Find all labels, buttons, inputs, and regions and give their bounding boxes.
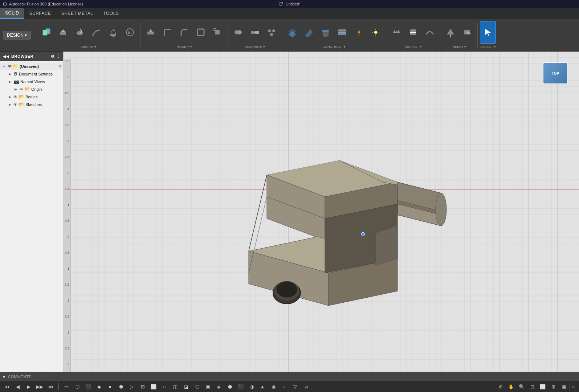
svg-point-4 <box>77 31 83 35</box>
tl-shape18-btn[interactable]: ◑ <box>247 383 256 391</box>
eye-origin[interactable]: 👁 <box>19 87 23 91</box>
extrude-btn[interactable] <box>55 21 71 44</box>
tree-item-named-views[interactable]: ▶ 📷 Named Views <box>0 78 63 85</box>
browser-settings-icon[interactable]: ⚙ <box>51 54 55 59</box>
tl-shape20-btn[interactable]: ◉ <box>269 383 278 391</box>
tl-shape13-btn[interactable]: ⬠ <box>192 383 202 391</box>
inspect-label[interactable]: INSPECT ▾ <box>405 45 421 49</box>
shell-btn[interactable] <box>193 21 209 44</box>
tl-shape3-btn[interactable]: ⬛ <box>83 383 93 391</box>
tl-shape7-btn[interactable]: ▷ <box>127 383 136 391</box>
tl-rect-btn[interactable]: ▭ <box>62 383 71 391</box>
tl-shape11-btn[interactable]: ◫ <box>171 383 180 391</box>
orbit-btn[interactable]: ⊕ <box>496 383 505 391</box>
tl-shape2-btn[interactable]: ⬡ <box>73 383 82 391</box>
browser-more-icon[interactable]: ⋮ <box>56 54 61 59</box>
tl-shape10-btn[interactable]: ○ <box>160 383 169 391</box>
tl-shape12-btn[interactable]: ◪ <box>182 383 191 391</box>
svg-rect-12 <box>197 29 204 36</box>
axis-btn[interactable] <box>351 21 367 44</box>
tl-shape22-btn[interactable]: ▽ <box>290 383 300 391</box>
decal-btn[interactable]: IMG <box>459 21 475 44</box>
fit-btn[interactable]: ⊡ <box>527 383 537 391</box>
sweep-btn[interactable] <box>89 21 105 44</box>
new-component-btn[interactable] <box>38 21 54 44</box>
expand-origin[interactable]: ▶ <box>13 87 18 91</box>
prev-btn[interactable]: ⏮ <box>2 383 12 391</box>
tl-shape9-btn[interactable]: ⬜ <box>149 383 158 391</box>
expand-bodies[interactable]: ▶ <box>7 95 12 99</box>
tl-shape23-btn[interactable]: ⊿ <box>301 383 311 391</box>
visual-style-btn[interactable]: ▦ <box>559 383 568 391</box>
tl-shape5-btn[interactable]: ● <box>105 383 115 391</box>
viewport[interactable]: 5.5 5 4.5 4 3.5 3 2.5 2 1.5 1 0.5 0 0.5 … <box>64 52 579 372</box>
press-pull-btn[interactable] <box>143 21 159 44</box>
tab-sheet-metal[interactable]: SHEET METAL <box>56 8 98 19</box>
tree-item-bodies[interactable]: ▶ 👁 📂 Bodies <box>0 93 63 101</box>
viewcube[interactable]: TOP <box>543 62 572 88</box>
tl-shape19-btn[interactable]: ▲ <box>258 383 267 391</box>
expand-named-views[interactable]: ▶ <box>7 80 12 83</box>
end-btn[interactable]: ⏭ <box>46 383 55 391</box>
curvature-btn[interactable] <box>422 21 438 44</box>
construct-label[interactable]: CONSTRUCT ▾ <box>322 45 346 49</box>
tangent-plane-btn[interactable] <box>318 21 334 44</box>
back-btn[interactable]: ◀ <box>13 383 23 391</box>
tree-item-unsaved[interactable]: ▼ 👁 📁 (Unsaved) ⚙ <box>0 62 63 70</box>
modify-label[interactable]: MODIFY ▾ <box>176 45 192 49</box>
browser-collapse-btn[interactable]: ◀◀ <box>3 54 9 58</box>
measure-btn[interactable] <box>388 21 404 44</box>
expand-doc-settings[interactable]: ▶ <box>7 72 12 76</box>
tab-surface[interactable]: SURFACE <box>24 8 56 19</box>
tl-shape21-btn[interactable]: ⬦ <box>280 383 289 391</box>
tl-shape6-btn[interactable]: ⬟ <box>116 383 126 391</box>
grid-btn[interactable]: ⊞ <box>549 383 558 391</box>
insert-mesh-btn[interactable] <box>443 21 458 44</box>
zoom-btn[interactable]: 🔍 <box>517 383 526 391</box>
insert-label[interactable]: INSERT ▾ <box>452 45 466 49</box>
eye-unsaved[interactable]: 👁 <box>8 64 12 69</box>
scale-btn[interactable] <box>209 21 225 44</box>
plane-at-angle-btn[interactable] <box>301 21 317 44</box>
tl-shape16-btn[interactable]: ⬢ <box>225 383 235 391</box>
play-btn[interactable]: ▶ <box>24 383 33 391</box>
section-analysis-btn[interactable] <box>405 21 421 44</box>
tree-item-doc-settings[interactable]: ▶ ⚙ Document Settings <box>0 70 63 78</box>
tree-item-origin[interactable]: ▶ 👁 📂 Origin <box>0 85 63 93</box>
offset-plane-btn[interactable] <box>284 21 300 44</box>
rigid-group-btn[interactable] <box>264 21 280 44</box>
eye-bodies[interactable]: 👁 <box>13 95 17 99</box>
tab-solid[interactable]: SOLID <box>0 8 24 19</box>
joint-btn[interactable] <box>230 21 246 44</box>
select-label[interactable]: SELECT ▾ <box>480 45 496 49</box>
tl-shape17-btn[interactable]: ⬛ <box>236 383 245 391</box>
expand-sketches[interactable]: ▶ <box>7 103 12 106</box>
eye-sketches[interactable]: 👁 <box>13 102 17 107</box>
midplane-btn[interactable] <box>334 21 350 44</box>
expand-unsaved[interactable]: ▼ <box>1 65 7 68</box>
as-built-joint-btn[interactable] <box>247 21 263 44</box>
svg-line-62 <box>249 175 267 251</box>
display-btn[interactable]: ⬜ <box>538 383 547 391</box>
point-btn[interactable] <box>368 21 384 44</box>
move-btn[interactable]: ⊕ <box>122 21 138 44</box>
fillet-btn[interactable] <box>159 21 175 44</box>
tree-item-sketches[interactable]: ▶ 👁 📂 Sketches <box>0 101 63 108</box>
tl-shape15-btn[interactable]: ◈ <box>214 383 224 391</box>
tl-shape14-btn[interactable]: ▣ <box>203 383 213 391</box>
settings-icon[interactable]: ⚙ <box>58 64 62 68</box>
pan-btn[interactable]: ✋ <box>506 383 516 391</box>
cube-face[interactable]: TOP <box>543 62 568 84</box>
tl-shape8-btn[interactable]: ⊞ <box>138 383 147 391</box>
loft-btn[interactable] <box>105 21 121 44</box>
chamfer-btn[interactable] <box>176 21 192 44</box>
design-dropdown[interactable]: DESIGN ▾ <box>3 31 31 40</box>
forward-btn[interactable]: ▶▶ <box>35 383 44 391</box>
tl-shape4-btn[interactable]: ◆ <box>94 383 104 391</box>
create-label[interactable]: CREATE ▾ <box>81 45 96 49</box>
comments-label[interactable]: COMMENTS <box>8 375 31 379</box>
revolve-btn[interactable] <box>72 21 88 44</box>
select-btn[interactable] <box>480 21 496 44</box>
assemble-label[interactable]: ASSEMBLE ▾ <box>245 45 265 49</box>
tab-tools[interactable]: TOOLS <box>98 8 124 19</box>
